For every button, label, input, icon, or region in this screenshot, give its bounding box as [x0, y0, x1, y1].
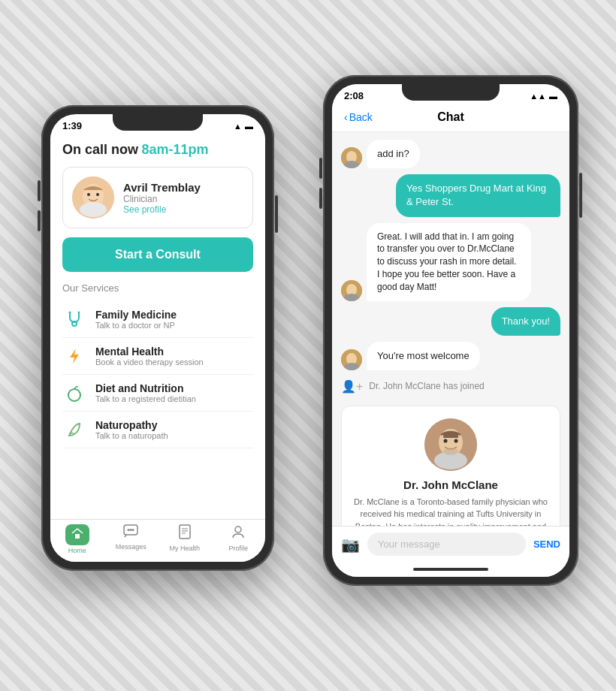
notch-left [113, 114, 203, 131]
msg-avatar-5 [341, 349, 362, 370]
msg-text-4: Thank you! [502, 315, 550, 327]
msg-bubble-received-3: Great. I will add that in. I am going to… [367, 223, 531, 301]
msg-row-3: Great. I will add that in. I am going to… [341, 223, 560, 301]
nav-home[interactable]: Home [50, 524, 104, 554]
status-icons-right: ▲▲ ▬ [530, 92, 557, 101]
left-app-content: 1:39 ▲ ▬ On call now 8am-11pm [50, 114, 265, 562]
msg-row-1: add in? [341, 140, 560, 168]
service-mental-desc: Book a video therapy session [95, 358, 204, 367]
service-family-name: Family Medicine [95, 309, 177, 321]
send-button[interactable]: SEND [533, 539, 560, 550]
clinician-card: Avril Tremblay Clinician See profile [62, 167, 253, 228]
right-phone-screen: 2:08 ▲▲ ▬ ‹ Back Chat [332, 84, 569, 577]
nav-health[interactable]: My Health [158, 524, 212, 554]
svg-point-14 [132, 529, 134, 531]
chat-input-field[interactable]: Your message [367, 533, 526, 556]
right-phone: 2:08 ▲▲ ▬ ‹ Back Chat [323, 75, 578, 586]
svg-point-32 [444, 439, 448, 442]
msg-text-3: Great. I will add that in. I am going to… [377, 231, 516, 292]
chat-placeholder: Your message [378, 539, 440, 550]
back-chevron-icon: ‹ [344, 111, 348, 123]
clinician-profile-link[interactable]: See profile [123, 204, 201, 215]
bottom-nav: Home Messages My Health [50, 519, 265, 562]
nav-profile[interactable]: Profile [212, 524, 266, 554]
msg-text-1: add in? [377, 148, 409, 159]
nav-profile-label: Profile [228, 545, 248, 552]
svg-rect-15 [180, 525, 190, 539]
chat-input-bar: 📷 Your message SEND [332, 526, 569, 562]
on-call-header: On call now 8am-11pm [50, 134, 265, 167]
chat-title: Chat [437, 110, 464, 124]
msg-text-2: Yes Shoppers Drug Mart at King & Peter S… [406, 183, 546, 207]
stethoscope-icon [62, 307, 86, 331]
msg-avatar-3 [341, 280, 362, 301]
doctor-name: Dr. John McClane [354, 478, 548, 491]
left-phone-screen: 1:39 ▲ ▬ On call now 8am-11pm [50, 114, 265, 562]
msg-avatar-1 [341, 147, 362, 168]
services-title: Our Services [62, 282, 253, 294]
service-family-info: Family Medicine Talk to a doctor or NP [95, 309, 177, 330]
service-item-family[interactable]: Family Medicine Talk to a doctor or NP [62, 301, 253, 338]
svg-point-13 [130, 529, 132, 531]
on-call-hours: 8am-11pm [141, 142, 208, 157]
service-diet-name: Diet and Nutrition [95, 382, 196, 394]
svg-point-7 [78, 312, 80, 314]
left-phone: 1:39 ▲ ▬ On call now 8am-11pm [41, 105, 274, 571]
system-message-text: Dr. John McClane has joined [369, 381, 484, 391]
time-right: 2:08 [344, 90, 364, 101]
svg-rect-34 [443, 435, 458, 438]
svg-point-2 [80, 202, 107, 217]
doctor-bio: Dr. McClane is a Toronto-based family ph… [354, 496, 548, 526]
wifi-icon-left: ▲ [234, 122, 242, 131]
msg-bubble-received-1: add in? [367, 140, 420, 168]
service-naturo-info: Naturopathy Talk to a naturopath [95, 419, 168, 440]
service-item-naturo[interactable]: Naturopathy Talk to a naturopath [62, 412, 253, 448]
svg-point-3 [87, 193, 90, 196]
nav-health-label: My Health [169, 545, 200, 552]
on-call-text: On call now [62, 142, 138, 157]
service-item-diet[interactable]: Diet and Nutrition Talk to a registered … [62, 375, 253, 412]
svg-point-19 [235, 527, 241, 533]
wifi-icon-right: ▲▲ [530, 92, 546, 101]
svg-point-12 [128, 529, 130, 531]
battery-icon-left: ▬ [245, 122, 253, 131]
health-icon [178, 524, 192, 543]
camera-icon[interactable]: 📷 [341, 536, 360, 554]
svg-rect-10 [75, 534, 80, 539]
msg-bubble-sent-2: Thank you! [491, 307, 560, 336]
system-message: 👤+ Dr. John McClane has joined [341, 376, 560, 397]
svg-point-33 [454, 439, 458, 442]
service-diet-desc: Talk to a registered dietitian [95, 394, 196, 403]
service-naturo-desc: Talk to a naturopath [95, 431, 168, 440]
back-label: Back [349, 111, 373, 123]
home-icon [65, 524, 89, 545]
back-button[interactable]: ‹ Back [344, 111, 373, 123]
service-item-mental[interactable]: Mental Health Book a video therapy sessi… [62, 338, 253, 375]
home-indicator-right [332, 562, 569, 577]
notch-right [402, 84, 500, 101]
service-mental-info: Mental Health Book a video therapy sessi… [95, 346, 204, 367]
svg-point-6 [69, 312, 71, 314]
svg-point-4 [96, 193, 99, 196]
profile-icon [231, 524, 245, 543]
nav-messages[interactable]: Messages [104, 524, 159, 554]
svg-point-9 [68, 389, 80, 401]
service-diet-info: Diet and Nutrition Talk to a registered … [95, 382, 196, 403]
chat-messages-area: add in? Yes Shoppers Drug Mart at King &… [332, 132, 569, 526]
doctor-avatar [424, 418, 477, 471]
clinician-name: Avril Tremblay [123, 181, 201, 194]
nav-home-label: Home [68, 547, 86, 554]
messages-icon [123, 524, 138, 542]
person-add-icon: 👤+ [341, 379, 363, 394]
status-icons-left: ▲ ▬ [234, 122, 253, 131]
time-left: 1:39 [62, 120, 82, 131]
clinician-role: Clinician [123, 194, 201, 204]
on-call-title: On call now 8am-11pm [62, 142, 253, 158]
clinician-avatar [72, 177, 114, 219]
msg-bubble-received-5: You're most welcome [367, 342, 480, 370]
start-consult-button[interactable]: Start a Consult [62, 237, 253, 272]
service-naturo-name: Naturopathy [95, 419, 168, 431]
service-mental-name: Mental Health [95, 346, 204, 358]
leaf-icon [62, 418, 86, 442]
msg-text-5: You're most welcome [377, 350, 470, 361]
